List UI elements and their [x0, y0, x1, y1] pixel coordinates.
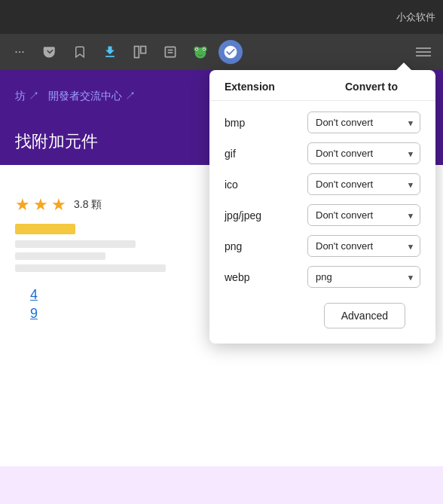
ext-bmp: bmp	[225, 117, 307, 129]
topbar-label: 小众软件	[396, 11, 435, 24]
frog-button[interactable]	[188, 40, 212, 64]
link2[interactable]: 開發者交流中心 ↗	[48, 90, 136, 103]
row-png: png Don't convert jpg webp gif bmp ▼	[209, 231, 435, 261]
popup-header: Extension Convert to	[209, 70, 435, 101]
row-webp: webp Don't convert png jpg gif bmp ▼	[209, 261, 435, 292]
top-bar: 小众软件	[0, 0, 443, 34]
star-2: ★	[33, 195, 48, 215]
select-wrapper-ico: Don't convert png jpg webp gif ▼	[307, 173, 420, 195]
header-convert-to: Convert to	[322, 81, 420, 93]
select-wrapper-jpg: Don't convert png webp gif bmp ▼	[307, 204, 420, 226]
extension-button[interactable]	[218, 40, 243, 64]
svg-point-10	[196, 48, 197, 50]
svg-rect-1	[141, 47, 146, 53]
svg-point-11	[203, 48, 205, 50]
select-gif[interactable]: Don't convert png jpg webp bmp	[307, 142, 420, 164]
browser-toolbar: ···	[0, 34, 443, 70]
advanced-btn-container: Advanced	[209, 292, 435, 328]
row-gif: gif Don't convert png jpg webp bmp ▼	[209, 138, 435, 169]
grey-bar-2	[15, 252, 105, 260]
ext-jpg: jpg/jpeg	[225, 209, 307, 221]
svg-rect-14	[416, 55, 431, 57]
svg-rect-13	[416, 51, 431, 53]
bookmark-button[interactable]	[68, 40, 92, 64]
select-wrapper-bmp: Don't convert png jpg webp gif ▼	[307, 111, 420, 133]
select-jpg[interactable]: Don't convert png webp gif bmp	[307, 204, 420, 226]
select-wrapper-png: Don't convert jpg webp gif bmp ▼	[307, 235, 420, 257]
ext-gif: gif	[225, 148, 307, 160]
row-bmp: bmp Don't convert png jpg webp gif ▼	[209, 107, 435, 138]
star-1: ★	[15, 195, 30, 215]
pocket-button[interactable]	[38, 40, 62, 64]
menu-button[interactable]	[411, 40, 435, 64]
extension-popup: Extension Convert to bmp Don't convert p…	[209, 70, 435, 344]
svg-rect-12	[416, 47, 431, 49]
link1[interactable]: 坊 ↗	[15, 90, 39, 103]
select-wrapper-webp: Don't convert png jpg gif bmp ▼	[307, 266, 420, 288]
header-extension: Extension	[225, 81, 322, 93]
select-wrapper-gif: Don't convert png jpg webp bmp ▼	[307, 142, 420, 164]
advanced-button[interactable]: Advanced	[324, 303, 405, 328]
row-ico: ico Don't convert png jpg webp gif ▼	[209, 169, 435, 200]
star-3: ★	[51, 195, 66, 215]
ext-ico: ico	[225, 179, 307, 191]
library-button[interactable]	[128, 40, 152, 64]
select-webp[interactable]: Don't convert png jpg gif bmp	[307, 266, 420, 288]
grey-bar-1	[15, 240, 136, 248]
more-button[interactable]: ···	[8, 40, 32, 64]
page-num-4: 4	[30, 287, 38, 303]
ext-webp: webp	[225, 271, 307, 283]
svg-rect-0	[135, 47, 139, 58]
yellow-bar	[15, 224, 75, 234]
row-jpg: jpg/jpeg Don't convert png webp gif bmp …	[209, 200, 435, 231]
select-bmp[interactable]: Don't convert png jpg webp gif	[307, 111, 420, 133]
rating-text: 3.8 顆	[74, 198, 102, 212]
ext-png: png	[225, 240, 307, 252]
grey-bar-3	[15, 264, 166, 272]
reader-button[interactable]	[158, 40, 182, 64]
select-ico[interactable]: Don't convert png jpg webp gif	[307, 173, 420, 195]
download-button[interactable]	[98, 40, 122, 64]
select-png[interactable]: Don't convert jpg webp gif bmp	[307, 235, 420, 257]
